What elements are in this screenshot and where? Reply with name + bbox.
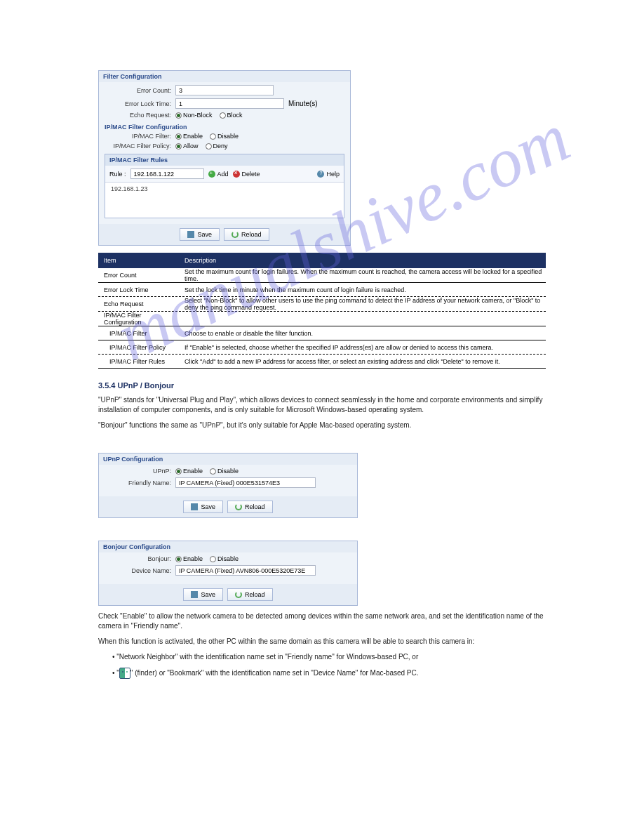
description-table: Item Description Error Count Set the max… [98, 253, 546, 369]
table-cell: IP/MAC Filter Configuration [98, 312, 179, 326]
radio-icon [175, 468, 182, 475]
upnp-heading: 3.5.4 UPnP / Bonjour [98, 381, 546, 390]
ipmac-allow-radio[interactable]: Allow [175, 143, 199, 150]
filter-rules-box: IP/MAC Filter Rules Rule : Add Delete He… [105, 154, 344, 218]
ipmac-filter-label: IP/MAC Filter: [105, 133, 171, 140]
radio-icon [175, 112, 182, 119]
save-icon [191, 591, 198, 598]
reload-button[interactable]: Reload [227, 501, 273, 513]
table-header-desc: Description [179, 257, 546, 264]
radio-icon [175, 143, 182, 150]
friendly-name-label: Friendly Name: [105, 479, 171, 486]
ipmac-policy-label: IP/MAC Filter Policy: [105, 143, 171, 150]
device-name-input[interactable] [175, 565, 316, 576]
body-text: Check "Enable" to allow the network came… [98, 611, 546, 631]
rules-title: IP/MAC Filter Rules [105, 154, 344, 166]
radio-icon [175, 133, 182, 140]
reload-button[interactable]: Reload [227, 588, 273, 601]
bullet-text: • "" (finder) or "Bookmark" with the ide… [98, 668, 546, 679]
rule-input[interactable] [130, 168, 204, 179]
ipmac-disable-radio[interactable]: Disable [210, 133, 239, 140]
save-icon [187, 231, 194, 238]
reload-icon [232, 231, 239, 238]
reload-icon [235, 591, 242, 598]
table-cell: Error Count [98, 272, 179, 279]
save-button[interactable]: Save [180, 228, 220, 241]
finder-icon [119, 668, 130, 679]
upnp-enable-radio[interactable]: Enable [175, 468, 203, 475]
radio-icon [206, 143, 212, 150]
ipmac-title: IP/MAC Filter Configuration [105, 121, 344, 133]
radio-icon [210, 468, 216, 475]
save-button[interactable]: Save [183, 501, 223, 513]
help-icon [317, 171, 324, 178]
filter-config-panel: Filter Configuration Error Count: Error … [98, 70, 351, 246]
device-name-label: Device Name: [105, 567, 171, 574]
table-cell: If "Enable" is selected, choose whether … [179, 344, 546, 351]
error-count-label: Error Count: [105, 87, 171, 94]
error-lock-label: Error Lock Time: [105, 100, 171, 107]
table-cell: IP/MAC Filter Rules [98, 358, 179, 365]
delete-button[interactable]: Delete [233, 171, 260, 178]
table-cell: IP/MAC Filter [98, 330, 179, 337]
ipmac-deny-radio[interactable]: Deny [206, 143, 228, 150]
add-button[interactable]: Add [208, 171, 229, 178]
delete-icon [233, 171, 240, 178]
body-text: When this function is activated, the oth… [98, 637, 546, 647]
bonjour-disable-radio[interactable]: Disable [210, 555, 239, 562]
bullet-text: • "Network Neighbor" with the identifica… [98, 652, 546, 662]
minutes-label: Minute(s) [288, 100, 318, 107]
radio-icon [210, 133, 216, 140]
list-item[interactable]: 192.168.1.23 [111, 185, 338, 192]
bonjour-title: Bonjour Configuration [99, 541, 357, 552]
help-button[interactable]: Help [317, 171, 340, 178]
table-header-item: Item [98, 257, 179, 264]
table-cell: Error Lock Time [98, 286, 179, 293]
reload-icon [235, 503, 242, 510]
radio-icon [220, 112, 226, 119]
table-cell: Set the lock time in minute when the max… [179, 286, 546, 293]
bonjour-label: Bonjour: [105, 555, 171, 562]
ipmac-enable-radio[interactable]: Enable [175, 133, 203, 140]
table-cell: IP/MAC Filter Policy [98, 344, 179, 351]
radio-icon [175, 556, 182, 562]
rule-label: Rule : [109, 171, 126, 178]
echo-nonblock-radio[interactable]: Non-Block [175, 112, 213, 119]
table-cell: Set the maximum count for login failures… [179, 268, 546, 282]
echo-block-radio[interactable]: Block [220, 112, 243, 119]
table-cell: Echo Request [98, 300, 179, 307]
filter-config-title: Filter Configuration [99, 71, 350, 82]
body-text: "Bonjour" functions the same as "UPnP", … [98, 421, 546, 430]
table-cell: Choose to enable or disable the filter f… [179, 330, 546, 337]
bonjour-panel: Bonjour Configuration Bonjour: Enable Di… [98, 541, 358, 606]
friendly-name-input[interactable] [175, 477, 316, 488]
error-lock-input[interactable] [175, 98, 284, 109]
rules-list[interactable]: 192.168.1.23 [105, 183, 344, 218]
echo-request-label: Echo Request: [105, 112, 171, 119]
upnp-title: UPnP Configuration [99, 454, 357, 465]
reload-button[interactable]: Reload [224, 228, 269, 241]
body-text: "UPnP" stands for "Universal Plug and Pl… [98, 395, 546, 415]
upnp-panel: UPnP Configuration UPnP: Enable Disable … [98, 453, 358, 518]
save-button[interactable]: Save [183, 588, 223, 601]
upnp-label: UPnP: [105, 468, 171, 475]
radio-icon [210, 556, 216, 562]
error-count-input[interactable] [175, 85, 274, 95]
table-cell: Click "Add" to add a new IP address for … [179, 358, 546, 365]
add-icon [208, 171, 215, 178]
save-icon [191, 503, 198, 510]
upnp-disable-radio[interactable]: Disable [210, 468, 239, 475]
bonjour-enable-radio[interactable]: Enable [175, 555, 203, 562]
table-cell: Select "Non-Block" to allow other users … [179, 297, 546, 311]
